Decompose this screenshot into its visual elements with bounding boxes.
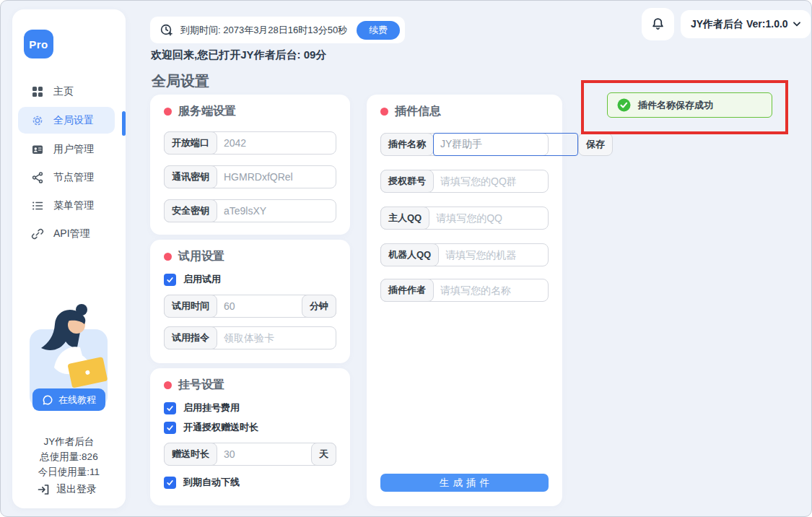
red-dot-icon [164,381,172,389]
open-port-field: 开放端口 [164,131,336,155]
plugin-author-field: 插件作者 [380,279,549,302]
logout-button[interactable]: 退出登录 [37,483,97,496]
field-label: 通讯密钥 [164,165,217,188]
auto-offline-checkbox[interactable] [164,477,176,489]
trial-command-input[interactable] [217,327,336,349]
security-key-input[interactable] [217,200,336,222]
chevron-down-icon [793,22,800,27]
field-label: 主人QQ [380,207,429,230]
app-name: JY作者后台 [12,434,126,449]
checkbox-label: 开通授权赠送时长 [183,421,258,434]
field-label: 赠送时长 [164,443,217,466]
comm-key-field: 通讯密钥 [164,165,336,188]
app-window: Pro 主页 全局设置 [0,0,812,517]
robot-qq-field: 机器人QQ [380,243,549,266]
toast-message: 插件名称保存成功 [638,99,713,112]
trial-time-input[interactable] [217,295,302,317]
sidebar-menu: 主页 全局设置 [12,77,126,248]
field-label: 试用指令 [164,326,217,349]
plugin-name-input[interactable] [434,134,577,155]
tutorial-label: 在线教程 [58,394,96,407]
gift-duration-field: 赠送时长 天 [164,443,336,466]
owner-qq-input[interactable] [429,207,548,229]
focused-input-border [433,133,578,156]
red-dot-icon [380,108,388,116]
success-toast: 插件名称保存成功 [607,92,772,118]
bell-icon [650,16,666,32]
robot-qq-input[interactable] [438,244,548,266]
menu-list-icon [31,199,44,212]
red-dot-icon [164,253,172,261]
online-tutorial-button[interactable]: 在线教程 [32,388,105,411]
server-settings-panel: 服务端设置 开放端口 通讯密钥 安全密钥 [150,95,350,235]
open-port-input[interactable] [217,132,336,154]
nodes-icon [31,171,44,184]
page-title: 全局设置 [152,71,209,91]
gift-time-checkbox-row: 开通授权赠送时长 [164,421,336,434]
section-title-text: 服务端设置 [178,104,236,119]
section-title: 插件信息 [380,104,549,119]
sidebar-stats: JY作者后台 总使用量:826 今日使用量:11 [12,434,126,479]
save-button[interactable]: 保存 [578,133,613,156]
active-menu-indicator [122,111,126,136]
logout-label: 退出登录 [56,483,97,496]
auth-group-input[interactable] [433,170,548,192]
hangup-fee-checkbox[interactable] [164,402,176,414]
sidebar-item-global-settings[interactable]: 全局设置 [18,107,115,134]
sidebar: Pro 主页 全局设置 [12,9,126,508]
field-label: 机器人QQ [380,243,439,266]
trial-time-field: 试用时间 分钟 [164,295,336,318]
logout-icon [37,483,50,496]
version-label: JY作者后台 Ver:1.0.0 [691,18,788,31]
section-title-text: 试用设置 [178,249,224,264]
gift-duration-input[interactable] [217,443,311,465]
enable-trial-checkbox[interactable] [164,274,176,286]
plugin-info-panel: 插件信息 插件名称 保存 授权群号 主人QQ 机器人QQ 插件作者 生成插件 [367,95,562,506]
sidebar-item-user-management[interactable]: 用户管理 [12,135,126,163]
plugin-author-input[interactable] [433,279,548,301]
user-card-icon [31,143,44,156]
checkbox-label: 启用挂号费用 [183,401,240,414]
red-dot-icon [164,108,172,116]
version-dropdown[interactable]: JY作者后台 Ver:1.0.0 [681,10,811,38]
sidebar-item-api-management[interactable]: API管理 [12,220,126,248]
notification-bell-button[interactable] [642,8,674,40]
hangup-fee-checkbox-row: 启用挂号费用 [164,401,336,414]
generate-plugin-button[interactable]: 生成插件 [380,474,549,492]
section-title-text: 挂号设置 [178,378,224,393]
sidebar-item-home[interactable]: 主页 [12,77,126,105]
sidebar-item-label: 主页 [53,85,74,98]
gift-time-checkbox[interactable] [164,422,176,434]
comm-key-input[interactable] [217,166,336,188]
auto-offline-checkbox-row: 到期自动下线 [164,476,336,489]
pro-logo: Pro [24,30,53,58]
field-label: 安全密钥 [164,199,217,222]
total-usage: 总使用量:826 [12,449,126,464]
section-title: 试用设置 [164,249,336,264]
today-usage: 今日使用量:11 [12,464,126,479]
enable-trial-checkbox-row: 启用试用 [164,273,336,286]
hangup-settings-panel: 挂号设置 启用挂号费用 开通授权赠送时长 赠送时长 天 到期自动下线 [150,368,350,505]
check-circle-icon [617,98,631,112]
chat-bubble-icon [42,394,53,406]
unit-suffix: 分钟 [302,295,336,318]
sidebar-item-label: 用户管理 [53,143,94,156]
owner-qq-field: 主人QQ [380,207,549,230]
sidebar-item-node-management[interactable]: 节点管理 [12,163,126,191]
sidebar-item-label: 全局设置 [53,114,94,127]
section-title: 服务端设置 [164,104,336,119]
unit-suffix: 天 [311,443,336,466]
sidebar-item-label: 节点管理 [53,171,94,184]
field-label: 授权群号 [380,170,434,193]
security-key-field: 安全密钥 [164,199,336,222]
gear-icon [31,114,44,127]
expiry-pill: 到期时间: 2073年3月28日16时13分50秒 续费 [150,17,405,43]
sidebar-item-menu-management[interactable]: 菜单管理 [12,191,126,220]
renew-button[interactable]: 续费 [357,21,400,40]
sidebar-item-label: API管理 [53,227,90,240]
checkbox-label: 到期自动下线 [183,476,240,489]
home-grid-icon [31,85,44,98]
link-icon [31,227,44,240]
field-label: 试用时间 [164,295,217,318]
field-label: 插件作者 [380,279,434,302]
